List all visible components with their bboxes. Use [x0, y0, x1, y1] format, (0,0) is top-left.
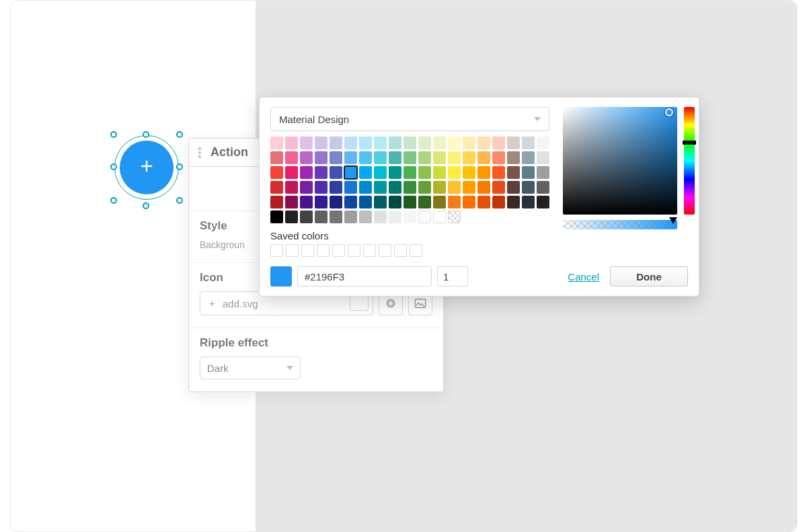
color-swatch[interactable] [492, 196, 505, 208]
color-swatch[interactable] [433, 151, 446, 164]
hex-input[interactable] [297, 266, 432, 287]
color-swatch[interactable] [448, 211, 461, 223]
color-swatch[interactable] [537, 166, 549, 179]
color-swatch[interactable] [507, 181, 520, 194]
color-swatch[interactable] [404, 166, 416, 179]
color-swatch[interactable] [448, 181, 461, 194]
color-swatch[interactable] [433, 166, 446, 179]
saved-color-slot[interactable] [317, 244, 330, 257]
color-swatch[interactable] [315, 196, 328, 208]
color-swatch[interactable] [522, 166, 535, 179]
color-swatch[interactable] [448, 196, 461, 208]
resize-handle-t[interactable] [143, 131, 149, 138]
color-swatch[interactable] [300, 137, 313, 149]
color-swatch[interactable] [477, 196, 490, 208]
color-swatch[interactable] [315, 211, 328, 223]
color-swatch[interactable] [270, 151, 283, 164]
color-swatch[interactable] [359, 211, 372, 223]
color-swatch[interactable] [389, 166, 401, 179]
color-swatch[interactable] [537, 196, 549, 208]
color-swatch[interactable] [344, 137, 357, 149]
color-swatch[interactable] [537, 137, 549, 149]
color-swatch[interactable] [300, 181, 313, 194]
color-swatch[interactable] [404, 151, 416, 164]
color-swatch[interactable] [315, 166, 328, 179]
color-swatch[interactable] [492, 181, 505, 194]
saved-color-slot[interactable] [348, 244, 360, 257]
color-swatch[interactable] [492, 166, 505, 179]
color-swatch[interactable] [463, 196, 475, 208]
color-swatch[interactable] [374, 137, 387, 149]
alpha-slider[interactable] [563, 220, 677, 229]
color-swatch[interactable] [522, 137, 535, 149]
resize-handle-br[interactable] [176, 197, 183, 204]
color-swatch[interactable] [270, 196, 283, 208]
color-swatch[interactable] [448, 166, 461, 179]
color-swatch[interactable] [374, 181, 387, 194]
color-swatch[interactable] [433, 196, 446, 208]
color-swatch[interactable] [389, 137, 401, 149]
color-swatch[interactable] [418, 211, 431, 223]
ripple-select[interactable]: Dark [200, 356, 301, 379]
drag-handle-icon[interactable] [194, 147, 205, 158]
color-swatch[interactable] [507, 137, 520, 149]
color-swatch[interactable] [448, 151, 461, 164]
palette-select[interactable]: Material Design [270, 107, 549, 131]
color-swatch[interactable] [285, 166, 298, 179]
color-swatch[interactable] [433, 181, 446, 194]
color-swatch[interactable] [300, 166, 313, 179]
color-swatch[interactable] [389, 196, 401, 208]
color-swatch[interactable] [404, 181, 416, 194]
alpha-input[interactable] [437, 266, 468, 287]
color-swatch[interactable] [404, 137, 416, 149]
color-swatch[interactable] [285, 137, 298, 149]
resize-handle-b[interactable] [143, 202, 149, 209]
color-swatch[interactable] [522, 151, 535, 164]
cancel-link[interactable]: Cancel [568, 271, 599, 282]
color-swatch[interactable] [522, 196, 535, 208]
color-swatch[interactable] [315, 137, 328, 149]
color-swatch[interactable] [418, 151, 431, 164]
color-swatch[interactable] [285, 181, 298, 194]
saved-color-slot[interactable] [286, 244, 299, 257]
color-swatch[interactable] [477, 151, 490, 164]
resize-handle-tl[interactable] [110, 131, 117, 138]
color-swatch[interactable] [537, 151, 549, 164]
done-button[interactable]: Done [610, 266, 688, 287]
color-swatch[interactable] [359, 166, 372, 179]
color-swatch[interactable] [507, 166, 520, 179]
resize-handle-l[interactable] [110, 163, 117, 170]
color-swatch[interactable] [270, 211, 283, 223]
color-swatch[interactable] [418, 137, 431, 149]
color-swatch[interactable] [359, 151, 372, 164]
color-swatch[interactable] [448, 137, 461, 149]
color-swatch[interactable] [404, 211, 416, 223]
color-swatch[interactable] [344, 181, 357, 194]
color-swatch[interactable] [330, 137, 342, 149]
sv-indicator[interactable] [665, 108, 673, 116]
resize-handle-r[interactable] [176, 163, 183, 170]
color-swatch[interactable] [418, 196, 431, 208]
color-swatch[interactable] [374, 211, 387, 223]
color-swatch[interactable] [404, 196, 416, 208]
saved-color-slot[interactable] [332, 244, 345, 257]
color-swatch[interactable] [463, 166, 475, 179]
color-swatch[interactable] [492, 151, 505, 164]
saved-color-slot[interactable] [270, 244, 283, 257]
color-swatch[interactable] [477, 166, 490, 179]
color-swatch[interactable] [330, 196, 342, 208]
color-swatch[interactable] [522, 181, 535, 194]
saved-color-slot[interactable] [363, 244, 376, 257]
saved-color-slot[interactable] [301, 244, 314, 257]
color-swatch[interactable] [270, 137, 283, 149]
color-swatch[interactable] [285, 211, 298, 223]
color-swatch[interactable] [285, 151, 298, 164]
color-swatch[interactable] [330, 151, 342, 164]
color-swatch[interactable] [389, 151, 401, 164]
color-swatch[interactable] [418, 181, 431, 194]
color-swatch[interactable] [507, 151, 520, 164]
color-swatch[interactable] [463, 181, 475, 194]
color-swatch[interactable] [477, 181, 490, 194]
color-swatch[interactable] [477, 137, 490, 149]
color-swatch[interactable] [330, 181, 342, 194]
